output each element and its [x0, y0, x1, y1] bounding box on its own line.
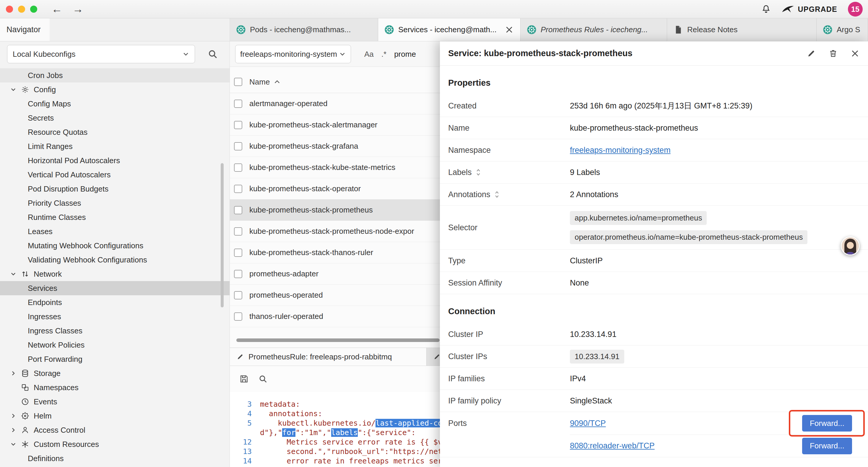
sidebar-item-config[interactable]: Config: [0, 83, 229, 97]
chevron-down-icon[interactable]: [10, 86, 21, 93]
sidebar-item-namespaces[interactable]: Namespaces: [0, 380, 229, 395]
row-checkbox[interactable]: [234, 291, 242, 299]
row-value: 2 Annotations: [570, 190, 618, 199]
sidebar-search-icon[interactable]: [208, 49, 218, 59]
row-value: kube-prometheus-stack-prometheus: [570, 123, 698, 133]
table-search: Aa .* prome: [364, 45, 416, 63]
minimize-window-button[interactable]: [18, 6, 25, 13]
sidebar-item-ingress-classes[interactable]: Ingress Classes: [0, 324, 229, 338]
sidebar-item-limit-ranges[interactable]: Limit Ranges: [0, 139, 229, 153]
zoom-window-button[interactable]: [30, 6, 37, 13]
sidebar-item-leases[interactable]: Leases: [0, 224, 229, 238]
column-header-name[interactable]: Name: [249, 78, 270, 87]
sidebar-item-vertical-pod-autoscalers[interactable]: Vertical Pod Autoscalers: [0, 168, 229, 182]
sidebar-item-label: Config Maps: [28, 99, 71, 109]
user-avatar[interactable]: [841, 236, 860, 255]
sidebar-item-events[interactable]: Events: [0, 395, 229, 409]
sidebar-item-port-forwarding[interactable]: Port Forwarding: [0, 352, 229, 366]
row-label: Ports: [448, 412, 570, 435]
sidebar-item-runtime-classes[interactable]: Runtime Classes: [0, 210, 229, 224]
row-checkbox[interactable]: [234, 121, 242, 129]
sidebar-item-secrets[interactable]: Secrets: [0, 111, 229, 125]
chevron-right-icon[interactable]: [10, 370, 21, 377]
chevron-spacer: [10, 398, 21, 406]
sidebar-item-custom-resources[interactable]: Custom Resources: [0, 437, 229, 451]
sidebar-item-services[interactable]: Services: [0, 281, 229, 295]
row-checkbox[interactable]: [234, 206, 242, 214]
kubeconfig-selector[interactable]: Local Kubeconfigs: [7, 45, 195, 63]
port-link[interactable]: 8080:reloader-web/TCP: [570, 441, 655, 450]
sidebar-item-network[interactable]: Network: [0, 267, 229, 281]
service-name: kube-prometheus-stack-operator: [249, 184, 361, 193]
namespace-filter-select[interactable]: freeleaps-monitoring-system: [235, 45, 351, 63]
editor-search-icon[interactable]: [258, 374, 268, 384]
match-case-toggle[interactable]: Aa: [364, 50, 374, 59]
sidebar-item-access-control[interactable]: Access Control: [0, 423, 229, 437]
tab-prometheus-rules-icecheng[interactable]: Prometheus Rules - icecheng...: [521, 18, 667, 41]
tab-services-icecheng-math[interactable]: Services - icecheng@math...: [378, 18, 521, 41]
namespace-filter-value: freeleaps-monitoring-system: [240, 50, 337, 59]
close-window-button[interactable]: [6, 6, 13, 13]
sidebar-item-helm[interactable]: Helm: [0, 409, 229, 423]
sidebar-item-cron-jobs[interactable]: Cron Jobs: [0, 68, 229, 83]
row-label: IP families: [448, 374, 570, 383]
code-text: error rate in freeleaps metrics ser: [260, 456, 442, 466]
row-checkbox[interactable]: [234, 185, 242, 193]
select-all-checkbox[interactable]: [234, 78, 242, 86]
row-checkbox[interactable]: [234, 270, 242, 278]
drawer-row-type: TypeClusterIP: [440, 250, 868, 272]
notification-count-badge[interactable]: 15: [848, 2, 863, 17]
sidebar-item-validating-webhook-configurations[interactable]: Validating Webhook Configurations: [0, 253, 229, 267]
row-checkbox[interactable]: [234, 227, 242, 236]
delete-trash-icon[interactable]: [829, 49, 838, 58]
sidebar-item-network-policies[interactable]: Network Policies: [0, 338, 229, 352]
sidebar-item-config-maps[interactable]: Config Maps: [0, 97, 229, 111]
tab-argo-s[interactable]: Argo S: [816, 18, 868, 41]
forward-button[interactable]: →: [72, 4, 83, 14]
chevron-right-icon[interactable]: [10, 426, 21, 434]
sidebar-item-storage[interactable]: Storage: [0, 366, 229, 380]
drawer-row-annotations: Annotations2 Annotations: [440, 183, 868, 206]
tab-pods-icecheng-mathmas[interactable]: Pods - icecheng@mathmas...: [230, 18, 378, 41]
code-text: metadata:: [260, 400, 300, 409]
forward-button[interactable]: Forward...: [802, 415, 852, 432]
row-value: 9 Labels: [570, 168, 600, 177]
chevron-down-icon[interactable]: [10, 270, 21, 278]
row-checkbox[interactable]: [234, 249, 242, 257]
row-checkbox[interactable]: [234, 164, 242, 172]
close-icon[interactable]: [850, 49, 860, 58]
chevron-right-icon[interactable]: [10, 412, 21, 420]
regex-toggle[interactable]: .*: [381, 50, 386, 59]
chevron-down-icon[interactable]: [10, 440, 21, 448]
port-link[interactable]: 9090/TCP: [570, 419, 606, 428]
edit-pencil-icon[interactable]: [807, 49, 816, 58]
sidebar-item-pod-disruption-budgets[interactable]: Pod Disruption Budgets: [0, 182, 229, 196]
notifications-bell-icon[interactable]: [761, 4, 771, 14]
sidebar-item-endpoints[interactable]: Endpoints: [0, 295, 229, 310]
sidebar-item-resource-quotas[interactable]: Resource Quotas: [0, 125, 229, 139]
horizontal-scrollbar[interactable]: [236, 339, 440, 342]
sidebar-item-horizontal-pod-autoscalers[interactable]: Horizontal Pod Autoscalers: [0, 153, 229, 168]
sidebar-item-definitions[interactable]: Definitions: [0, 451, 229, 466]
row-checkbox[interactable]: [234, 99, 242, 108]
sidebar-item-label: Custom Resources: [34, 440, 99, 449]
row-checkbox[interactable]: [234, 313, 242, 321]
dock-tab-0[interactable]: PrometheusRule: freeleaps-prod-rabbitmq: [230, 348, 427, 366]
sidebar-item-priority-classes[interactable]: Priority Classes: [0, 196, 229, 210]
tab-release-notes[interactable]: Release Notes: [667, 18, 816, 41]
row-value: SingleStack: [570, 396, 612, 406]
save-icon[interactable]: [239, 374, 249, 384]
code-text: second.","runbook_url":"https://net: [260, 447, 442, 456]
namespace-link[interactable]: freeleaps-monitoring-system: [570, 146, 671, 155]
sidebar-item-ingresses[interactable]: Ingresses: [0, 310, 229, 324]
sort-asc-icon[interactable]: [274, 80, 280, 84]
upgrade-logo-icon: [782, 5, 794, 13]
search-input[interactable]: prome: [394, 50, 416, 59]
back-button[interactable]: ←: [52, 4, 62, 14]
sidebar-scrollbar[interactable]: [221, 163, 224, 308]
close-tab-icon[interactable]: [505, 25, 514, 34]
row-checkbox[interactable]: [234, 142, 242, 150]
upgrade-button[interactable]: UPGRADE: [782, 5, 837, 13]
sidebar-item-mutating-webhook-configurations[interactable]: Mutating Webhook Configurations: [0, 238, 229, 253]
forward-button[interactable]: Forward...: [802, 438, 852, 454]
